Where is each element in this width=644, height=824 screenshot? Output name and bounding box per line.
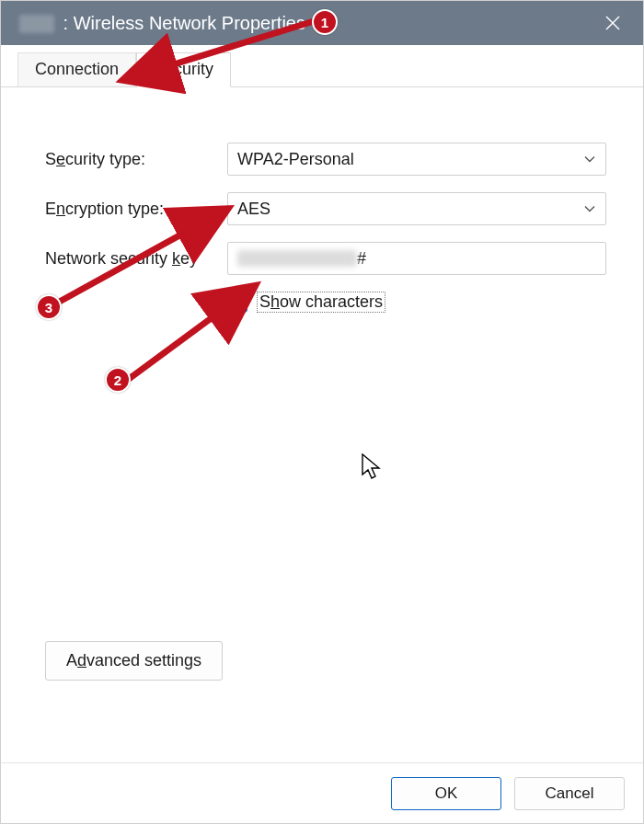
annotation-badge-2: 2: [105, 367, 131, 393]
chevron-down-icon: [583, 150, 596, 169]
chevron-down-icon: [583, 200, 596, 219]
tab-connection[interactable]: Connection: [17, 52, 136, 86]
advanced-settings-button[interactable]: Advanced settings: [45, 641, 223, 681]
svg-line-2: [165, 18, 323, 67]
cancel-button[interactable]: Cancel: [514, 777, 625, 810]
annotation-arrow-3: [47, 212, 222, 313]
tab-content: Security type: WPA2-Personal Encryption …: [1, 87, 643, 762]
security-type-select[interactable]: WPA2-Personal: [227, 143, 606, 176]
security-type-label: Security type:: [45, 150, 227, 169]
security-type-row: Security type: WPA2-Personal: [45, 143, 606, 176]
cursor-icon: [362, 453, 382, 481]
security-type-value: WPA2-Personal: [237, 150, 354, 169]
network-name-redacted: [19, 15, 54, 33]
show-characters-label: Show characters: [257, 292, 385, 313]
ok-button[interactable]: OK: [391, 777, 501, 810]
show-characters-row: Show characters: [227, 292, 606, 313]
wireless-properties-dialog: : Wireless Network Properties Connection…: [0, 0, 644, 824]
network-key-suffix: #: [357, 249, 366, 269]
network-key-input[interactable]: #: [227, 242, 606, 275]
close-icon: [604, 15, 621, 31]
annotation-badge-3: 3: [36, 294, 62, 320]
svg-line-4: [56, 230, 190, 303]
network-key-redacted: [237, 250, 357, 267]
encryption-type-value: AES: [237, 200, 270, 219]
encryption-type-select[interactable]: AES: [227, 192, 606, 225]
close-button[interactable]: [592, 2, 634, 44]
annotation-badge-1: 1: [312, 9, 338, 35]
dialog-footer: OK Cancel: [1, 762, 643, 823]
svg-line-3: [125, 312, 220, 382]
